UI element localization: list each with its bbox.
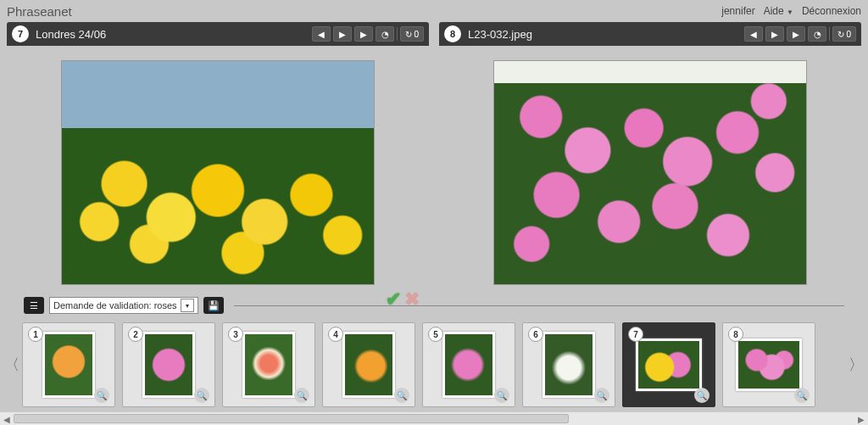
thumb-number: 2 — [128, 327, 143, 342]
chevron-down-icon: ▼ — [787, 8, 793, 16]
thumbnail-5[interactable]: 5 🔍 — [422, 322, 515, 407]
user-label: jennifer — [721, 5, 754, 17]
filmstrip-next-button[interactable]: 〉 — [848, 355, 865, 375]
horizontal-scrollbar[interactable]: ◀ ▶ — [0, 411, 868, 425]
zoom-icon[interactable]: 🔍 — [594, 388, 609, 403]
validation-dropdown[interactable]: Demande de validation: roses ▾ — [49, 297, 198, 314]
thumbnail-7[interactable]: 7 🔍 — [622, 322, 715, 407]
dropdown-label: Demande de validation: roses — [53, 300, 177, 310]
left-pane: 7 Londres 24/06 ◀ ▶ ▶ ◔ ↻ 0 — [7, 22, 429, 295]
thumb-number: 6 — [528, 327, 543, 342]
zoom-icon[interactable]: 🔍 — [194, 388, 209, 403]
thumb-image — [736, 338, 802, 391]
filmstrip: 〈 1 🔍 2 🔍 3 🔍 4 🔍 5 🔍 6 — [0, 316, 868, 414]
thumb-image — [242, 332, 295, 398]
next-button[interactable]: ▶ — [787, 26, 805, 42]
separator — [397, 27, 398, 41]
approve-reject-controls: ✔ ✖ — [386, 288, 420, 310]
divider-line — [234, 305, 844, 306]
thumbnail-8[interactable]: 8 🔍 — [722, 322, 815, 407]
right-image-area — [439, 49, 861, 295]
separator — [829, 27, 830, 41]
left-pane-title: Londres 24/06 — [36, 28, 305, 41]
scroll-track[interactable] — [14, 412, 854, 425]
scroll-handle[interactable] — [14, 414, 569, 423]
thumb-number: 3 — [228, 327, 243, 342]
thumb-image — [442, 332, 495, 398]
app-title: Phraseanet — [7, 4, 72, 19]
thumb-image — [342, 332, 395, 398]
left-index-badge: 7 — [12, 25, 29, 42]
save-button[interactable]: 💾 — [203, 297, 224, 314]
zoom-icon[interactable]: 🔍 — [94, 388, 109, 403]
list-view-button[interactable]: ☰ — [24, 297, 44, 314]
next-button[interactable]: ▶ — [354, 26, 373, 42]
rotate-button[interactable]: ↻ 0 — [400, 26, 424, 42]
rotate-icon: ↻ — [405, 30, 412, 39]
left-header-controls: ◀ ▶ ▶ ◔ ↻ 0 — [312, 26, 424, 42]
prev-button[interactable]: ◀ — [312, 26, 331, 42]
scroll-right-icon[interactable]: ▶ — [854, 412, 868, 425]
chevron-down-icon: ▾ — [181, 299, 194, 312]
thumbnail-4[interactable]: 4 🔍 — [322, 322, 415, 407]
clock-icon[interactable]: ◔ — [808, 26, 826, 42]
thumbnail-1[interactable]: 1 🔍 — [22, 322, 115, 407]
right-pane: 8 L23-032.jpeg ◀ ▶ ▶ ◔ ↻ 0 — [439, 22, 861, 295]
thumb-number: 8 — [728, 327, 743, 342]
thumbnail-2[interactable]: 2 🔍 — [122, 322, 215, 407]
thumb-image — [42, 332, 95, 398]
scroll-left-icon[interactable]: ◀ — [0, 412, 14, 425]
top-right-menu: jennifer Aide ▼ Déconnexion — [721, 5, 861, 17]
help-link[interactable]: Aide ▼ — [764, 5, 793, 17]
topbar: Phraseanet jennifer Aide ▼ Déconnexion — [0, 0, 868, 22]
left-image-area — [7, 49, 429, 295]
list-icon: ☰ — [30, 300, 38, 311]
right-header-controls: ◀ ▶ ▶ ◔ ↻ 0 — [744, 26, 856, 42]
floppy-icon: 💾 — [208, 300, 220, 311]
zoom-icon[interactable]: 🔍 — [794, 388, 810, 403]
prev-button[interactable]: ◀ — [744, 26, 763, 42]
help-label: Aide — [764, 5, 784, 17]
rotate-icon: ↻ — [837, 30, 844, 39]
thumb-image — [636, 338, 702, 391]
right-photo[interactable] — [493, 60, 807, 285]
filmstrip-prev-button[interactable]: 〈 — [3, 355, 20, 375]
thumbnail-6[interactable]: 6 🔍 — [522, 322, 615, 407]
rotate-button[interactable]: ↻ 0 — [832, 26, 856, 42]
thumb-image — [142, 332, 195, 398]
thumbnail-3[interactable]: 3 🔍 — [222, 322, 315, 407]
thumbnails: 1 🔍 2 🔍 3 🔍 4 🔍 5 🔍 6 🔍 — [20, 322, 848, 407]
rotate-count: 0 — [414, 30, 419, 39]
thumb-number: 7 — [628, 327, 643, 342]
right-pane-header: 8 L23-032.jpeg ◀ ▶ ▶ ◔ ↻ 0 — [439, 22, 861, 46]
reject-icon[interactable]: ✖ — [404, 288, 420, 310]
logout-link[interactable]: Déconnexion — [802, 5, 861, 17]
compare-row: 7 Londres 24/06 ◀ ▶ ▶ ◔ ↻ 0 8 L23-032.jp… — [0, 22, 868, 295]
left-photo[interactable] — [61, 60, 375, 285]
play-button[interactable]: ▶ — [333, 26, 352, 42]
thumb-number: 1 — [28, 327, 43, 342]
approve-icon[interactable]: ✔ — [386, 288, 401, 310]
left-pane-header: 7 Londres 24/06 ◀ ▶ ▶ ◔ ↻ 0 — [7, 22, 429, 46]
thumb-image — [542, 332, 595, 398]
zoom-icon[interactable]: 🔍 — [694, 388, 709, 403]
validate-bar: ☰ Demande de validation: roses ▾ 💾 ✔ ✖ — [0, 295, 868, 316]
thumb-number: 4 — [328, 327, 343, 342]
play-button[interactable]: ▶ — [765, 26, 784, 42]
zoom-icon[interactable]: 🔍 — [294, 388, 309, 403]
right-pane-title: L23-032.jpeg — [468, 28, 737, 41]
zoom-icon[interactable]: 🔍 — [394, 388, 409, 403]
right-index-badge: 8 — [444, 25, 461, 42]
zoom-icon[interactable]: 🔍 — [494, 388, 509, 403]
clock-icon[interactable]: ◔ — [376, 26, 394, 42]
rotate-count: 0 — [846, 30, 851, 39]
thumb-number: 5 — [428, 327, 443, 342]
